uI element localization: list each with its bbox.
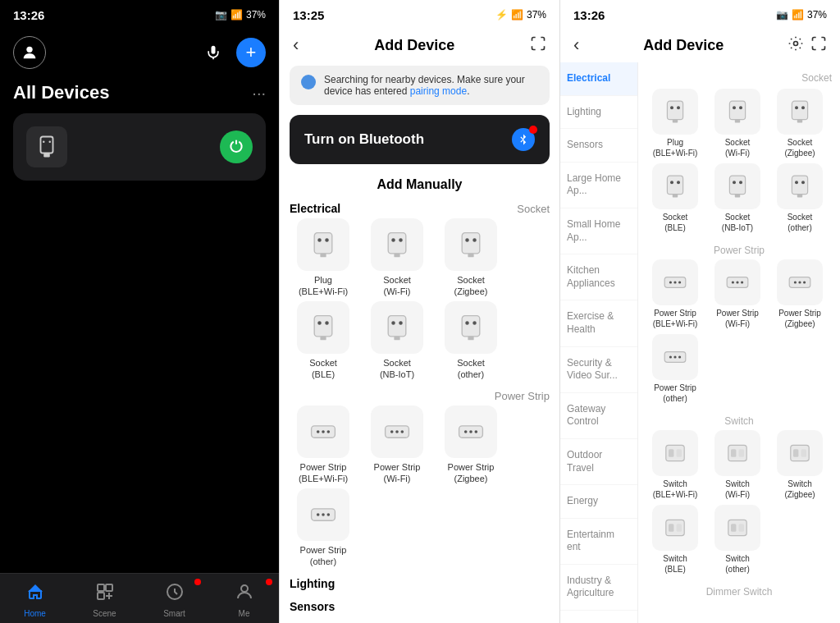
plug-ble-wifi[interactable]: Plug(BLE+Wi-Fi) (290, 218, 357, 298)
p3-sw-ble[interactable]: Switch(BLE+Wi-Fi) (646, 430, 704, 500)
mic-button[interactable] (199, 38, 228, 67)
nav-industry[interactable]: Industry & Agriculture (560, 565, 637, 611)
svg-point-75 (670, 181, 673, 184)
dimmer-label-p3: Dimmer Switch (646, 579, 832, 601)
svg-rect-81 (735, 195, 740, 198)
avatar[interactable] (13, 36, 46, 69)
p3-socket-wifi[interactable]: Socket(Wi-Fi) (709, 89, 766, 158)
p3-sw-wifi[interactable]: Switch(Wi-Fi) (709, 430, 766, 500)
svg-rect-12 (314, 233, 332, 254)
nav-kitchen[interactable]: Kitchen Appliances (560, 254, 637, 300)
device-card[interactable] (13, 113, 266, 181)
searching-text: Searching for nearby devices. Make sure … (324, 74, 538, 97)
p3-sw-zigbee[interactable]: Switch(Zigbee) (771, 430, 829, 500)
svg-point-30 (399, 321, 403, 325)
powerstrip-header: Power Strip (290, 383, 550, 405)
socket-other-thumb (445, 301, 497, 354)
svg-point-42 (395, 430, 399, 433)
nav-outdoor[interactable]: Outdoor Travel (560, 439, 637, 485)
p3-sz-label: Socket(Zigbee) (784, 137, 815, 158)
p3-sw-thumb (714, 89, 760, 135)
socket-section-label: Socket (646, 69, 832, 89)
settings-button-p3[interactable] (788, 35, 804, 56)
nav-electrical[interactable]: Electrical (560, 62, 637, 96)
back-button-p3[interactable]: ‹ (573, 34, 579, 56)
powerstrip-zigbee[interactable]: Power Strip(Zigbee) (437, 405, 504, 485)
svg-point-63 (670, 106, 673, 109)
nav-smart[interactable]: Smart (139, 574, 209, 623)
add-button[interactable]: + (236, 38, 266, 67)
p3-plug-label: Plug(BLE+Wi-Fi) (653, 137, 698, 158)
svg-point-17 (391, 238, 395, 242)
svg-rect-15 (320, 254, 326, 258)
lighting-label: Lighting (290, 577, 335, 590)
powerstrip-other[interactable]: Power Strip(other) (290, 488, 357, 568)
nav-security[interactable]: Security & Video Sur... (560, 347, 637, 393)
nav-exercise[interactable]: Exercise & Health (560, 300, 637, 346)
nav-large-home[interactable]: Large Home Ap... (560, 163, 637, 208)
socket-grid-p3: Plug(BLE+Wi-Fi) Socket(Wi-Fi) Socket(Zig… (646, 89, 832, 158)
svg-rect-107 (739, 449, 744, 457)
panel3-content: Electrical Lighting Sensors Large Home A… (560, 62, 840, 623)
socket-other[interactable]: Socket(other) (437, 301, 504, 381)
more-options-button[interactable]: ··· (252, 84, 266, 103)
powerstrip-ble-wifi[interactable]: Power Strip(BLE+Wi-Fi) (290, 405, 357, 485)
p3-sble-label: Socket(BLE) (663, 212, 688, 233)
p3-ps-ble-label: Power Strip(BLE+Wi-Fi) (653, 308, 698, 329)
svg-rect-16 (388, 233, 406, 254)
nav-gateway[interactable]: Gateway Control (560, 393, 637, 439)
svg-rect-1 (212, 46, 216, 54)
photo-icon: 📷 (215, 9, 227, 21)
nav-small-home[interactable]: Small Home Ap... (560, 208, 637, 254)
nav-sensors[interactable]: Sensors (560, 129, 637, 163)
svg-rect-3 (41, 137, 53, 153)
p3-socket-zigbee[interactable]: Socket(Zigbee) (771, 89, 829, 158)
p3-socket-nbiot[interactable]: Socket(NB-IoT) (709, 163, 766, 233)
svg-point-14 (325, 238, 329, 242)
socket-grid-p3-2: Socket(BLE) Socket(NB-IoT) Socket(other) (646, 163, 832, 233)
p3-socket-ble[interactable]: Socket(BLE) (646, 163, 704, 233)
socket-zigbee[interactable]: Socket(Zigbee) (437, 218, 504, 298)
nav-scene[interactable]: Scene (70, 574, 139, 623)
svg-rect-69 (735, 120, 740, 123)
expand-button-p2[interactable] (530, 35, 546, 56)
socket-wifi[interactable]: Socket(Wi-Fi) (363, 218, 431, 298)
socket-sub-label: Socket (517, 203, 550, 215)
nav-home[interactable]: Home (0, 574, 70, 623)
searching-dot (301, 75, 316, 89)
nav-entertainment[interactable]: Entertainm ent (560, 519, 637, 565)
back-button-p2[interactable]: ‹ (293, 34, 299, 56)
panel2-add-device: 13:25 ⚡ 📶 37% ‹ Add Device Searching for… (279, 0, 559, 623)
p3-socket-other[interactable]: Socket(other) (771, 163, 829, 233)
nav-energy[interactable]: Energy (560, 485, 637, 519)
svg-point-68 (739, 106, 742, 109)
socket-ble[interactable]: Socket(BLE) (290, 301, 357, 381)
powerstrip-wifi[interactable]: Power Strip(Wi-Fi) (363, 405, 431, 485)
pairing-mode-link[interactable]: pairing mode (410, 85, 467, 97)
socket-nbiot[interactable]: Socket(NB-IoT) (363, 301, 431, 381)
svg-point-46 (469, 430, 472, 433)
p3-ps-zigbee-label: Power Strip(Zigbee) (778, 308, 821, 329)
p3-ps-wifi[interactable]: Power Strip(Wi-Fi) (709, 259, 766, 329)
p3-plug-ble[interactable]: Plug(BLE+Wi-Fi) (646, 89, 704, 158)
nav-lighting[interactable]: Lighting (560, 96, 637, 130)
p3-ps-other[interactable]: Power Strip(other) (646, 334, 704, 404)
socket-ble-label: Socket(BLE) (309, 357, 337, 381)
bluetooth-row[interactable]: Turn on Bluetooth (290, 115, 550, 164)
svg-rect-82 (792, 176, 807, 194)
p3-ps-ble[interactable]: Power Strip(BLE+Wi-Fi) (646, 259, 704, 329)
expand-button-p3[interactable] (810, 35, 827, 56)
power-button[interactable] (220, 131, 253, 163)
powerstrip-grid-p3-2: Power Strip(other) (646, 334, 832, 404)
p3-sw-other[interactable]: Switch(other) (709, 505, 766, 575)
lighting-section: Lighting (280, 570, 559, 593)
nav-home-label: Home (24, 609, 46, 618)
nav-me[interactable]: Me (209, 574, 279, 623)
panel2-device-list: Electrical Socket Plug(BLE+Wi-Fi) Socket… (280, 195, 559, 623)
svg-rect-85 (797, 195, 802, 198)
p3-ps-zigbee[interactable]: Power Strip(Zigbee) (771, 259, 829, 329)
p3-sw-ble2[interactable]: Switch(BLE) (646, 505, 704, 575)
socket-nbiot-thumb (371, 301, 423, 354)
p3-sble-thumb (652, 163, 698, 209)
svg-point-61 (794, 41, 798, 45)
